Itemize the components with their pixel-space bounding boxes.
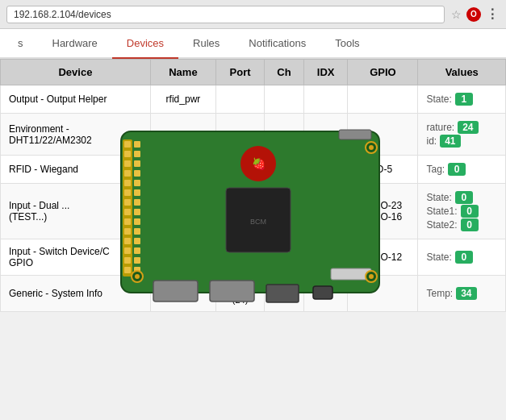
device-ch bbox=[265, 276, 304, 312]
browser-bar: 192.168.2.104/devices ☆ O ⋮ bbox=[0, 0, 506, 29]
tab-devices[interactable]: Devices bbox=[112, 29, 178, 59]
col-ch: Ch bbox=[265, 60, 304, 85]
device-idx bbox=[303, 276, 347, 312]
device-ch bbox=[265, 239, 304, 276]
tab-notifications[interactable]: Notifications bbox=[234, 29, 320, 59]
col-idx: IDX bbox=[303, 60, 347, 85]
menu-icon[interactable]: ⋮ bbox=[486, 6, 500, 22]
state-value: 0 bbox=[455, 251, 473, 264]
device-name: Output - Output Helper bbox=[1, 85, 151, 114]
browser-icons: ☆ O ⋮ bbox=[451, 6, 500, 22]
col-values: Values bbox=[418, 60, 506, 85]
device-values: State: 0 State1: 0 State2: 0 bbox=[418, 184, 506, 239]
port-icon: i bbox=[234, 282, 247, 295]
device-name: RFID - Wiegand bbox=[1, 156, 151, 184]
device-gpio: GPIO-23GPIO-16 bbox=[348, 184, 418, 239]
tag-value: 0 bbox=[448, 163, 466, 176]
table-row: Environment -DHT11/22/AM2302 rature: 24 … bbox=[1, 114, 506, 156]
temp-value: 24 bbox=[458, 121, 478, 134]
device-gpio bbox=[348, 85, 418, 114]
port-icon: i bbox=[234, 246, 247, 259]
tag-label: Tag: bbox=[426, 164, 445, 175]
device-ch bbox=[265, 156, 304, 184]
device-idx bbox=[303, 85, 347, 114]
device-plugin-name bbox=[150, 156, 215, 184]
state-label: State: bbox=[426, 192, 451, 203]
device-gpio bbox=[348, 276, 418, 312]
tab-rules[interactable]: Rules bbox=[178, 29, 234, 59]
device-plugin-name: er bbox=[150, 239, 215, 276]
temp-label: rature: bbox=[426, 122, 454, 133]
state-label: State: bbox=[426, 252, 451, 263]
device-values: State: 0 bbox=[418, 239, 506, 276]
device-port: (21) bbox=[216, 184, 265, 239]
hum-value: 41 bbox=[440, 135, 460, 148]
state-value: 1 bbox=[455, 93, 473, 106]
port-indicator: i (81) bbox=[232, 246, 249, 268]
devices-table-container: Device Name Port Ch IDX GPIO Values Outp… bbox=[0, 59, 506, 312]
device-plugin-name: rfid_pwr bbox=[150, 85, 215, 114]
state-value: 0 bbox=[455, 191, 473, 204]
device-name: Input - Dual ...(TEST...) bbox=[1, 184, 151, 239]
table-row: Input - Switch Device/CGPIO er i (81) GP… bbox=[1, 239, 506, 276]
device-gpio: IO-5 bbox=[348, 156, 418, 184]
device-port: i (24) bbox=[216, 276, 265, 312]
device-plugin-name bbox=[150, 114, 215, 156]
col-name: Name bbox=[150, 60, 215, 85]
temp-value: 34 bbox=[456, 287, 476, 300]
device-gpio bbox=[348, 114, 418, 156]
star-icon[interactable]: ☆ bbox=[451, 8, 462, 21]
device-port bbox=[216, 114, 265, 156]
table-row: Generic - System Info pitemp i (24) Temp… bbox=[1, 276, 506, 312]
table-row: Output - Output Helper rfid_pwr State: 1 bbox=[1, 85, 506, 114]
state1-label: State1: bbox=[426, 206, 457, 217]
table-row: RFID - Wiegand IO-5 Tag: 0 bbox=[1, 156, 506, 184]
device-values: State: 1 bbox=[418, 85, 506, 114]
tab-s[interactable]: s bbox=[3, 29, 38, 59]
table-row: Input - Dual ...(TEST...) er (21) GPIO-2… bbox=[1, 184, 506, 239]
devices-table: Device Name Port Ch IDX GPIO Values Outp… bbox=[0, 59, 506, 312]
tab-tools[interactable]: Tools bbox=[320, 29, 374, 59]
state2-value: 0 bbox=[461, 218, 479, 231]
state-label: State: bbox=[426, 94, 451, 105]
device-ch bbox=[265, 114, 304, 156]
device-name: Environment -DHT11/22/AM2302 bbox=[1, 114, 151, 156]
state1-value: 0 bbox=[461, 205, 479, 218]
device-ch bbox=[265, 85, 304, 114]
device-idx bbox=[303, 114, 347, 156]
device-plugin-name: er bbox=[150, 184, 215, 239]
col-gpio: GPIO bbox=[348, 60, 418, 85]
nav-tabs: s Hardware Devices Rules Notifications T… bbox=[0, 29, 506, 59]
device-idx bbox=[303, 156, 347, 184]
device-port: i (81) bbox=[216, 239, 265, 276]
col-port: Port bbox=[216, 60, 265, 85]
device-port bbox=[216, 85, 265, 114]
hum-label: id: bbox=[426, 135, 437, 147]
device-idx bbox=[303, 239, 347, 276]
address-bar[interactable]: 192.168.2.104/devices bbox=[6, 6, 445, 23]
device-gpio: GPIO-12 bbox=[348, 239, 418, 276]
device-plugin-name: pitemp bbox=[150, 276, 215, 312]
state2-label: State2: bbox=[426, 219, 457, 231]
device-values: Tag: 0 bbox=[418, 156, 506, 184]
opera-icon[interactable]: O bbox=[466, 7, 481, 22]
device-values: Temp: 34 bbox=[418, 276, 506, 312]
device-idx bbox=[303, 184, 347, 239]
temp-label: Temp: bbox=[426, 288, 453, 299]
table-header-row: Device Name Port Ch IDX GPIO Values bbox=[1, 60, 506, 85]
tab-hardware[interactable]: Hardware bbox=[38, 29, 112, 59]
device-port bbox=[216, 156, 265, 184]
device-name: Input - Switch Device/CGPIO bbox=[1, 239, 151, 276]
device-ch bbox=[265, 184, 304, 239]
col-device: Device bbox=[1, 60, 151, 85]
port-indicator: i (24) bbox=[232, 282, 249, 305]
device-values: rature: 24 id: 41 bbox=[418, 114, 506, 156]
device-name: Generic - System Info bbox=[1, 276, 151, 312]
